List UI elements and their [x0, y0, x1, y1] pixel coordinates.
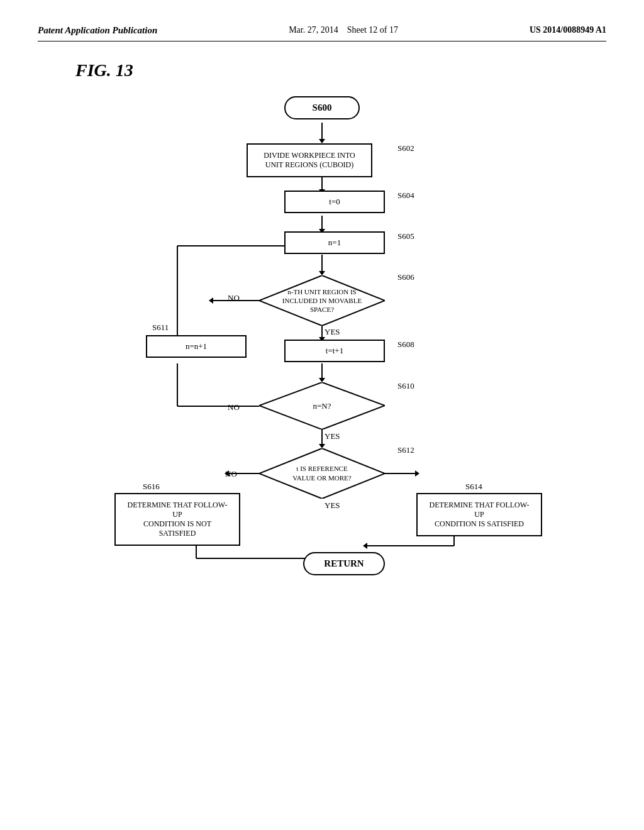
s610-yes-label: YES — [325, 431, 340, 441]
s600-node: S600 — [284, 96, 360, 119]
s605-label: n=1 — [284, 231, 385, 254]
svg-marker-20 — [363, 543, 367, 549]
s610-no-label: NO — [228, 402, 240, 412]
s604-label: t=0 — [284, 191, 385, 213]
s612-yes-label: YES — [325, 501, 340, 511]
s614-label: DETERMINE THAT FOLLOW-UPCONDITION IS SAT… — [416, 493, 542, 536]
svg-marker-7 — [319, 271, 325, 275]
svg-marker-25 — [209, 297, 213, 304]
s604-node: t=0 — [284, 191, 360, 213]
s606-yes-label: YES — [325, 327, 340, 337]
s606-label: n-TH UNIT REGION ISINCLUDED IN MOVABLESP… — [259, 275, 385, 326]
s616-label: DETERMINE THAT FOLLOW-UPCONDITION IS NOT… — [114, 493, 240, 546]
header-left: Patent Application Publication — [38, 25, 157, 36]
s600-label: S600 — [284, 96, 360, 119]
s608-tag: S608 — [397, 340, 414, 350]
return-node: RETURN — [303, 552, 385, 575]
s606-no-label: NO — [228, 293, 240, 303]
s604-tag: S604 — [397, 191, 414, 201]
s602-tag: S602 — [397, 143, 414, 153]
header-right: US 2014/0088949 A1 — [530, 25, 606, 35]
s612-no-label: NO — [225, 469, 237, 479]
s614-node: DETERMINE THAT FOLLOW-UPCONDITION IS SAT… — [416, 493, 530, 536]
page-header: Patent Application Publication Mar. 27, … — [38, 25, 606, 42]
s614-tag: S614 — [465, 482, 482, 492]
svg-marker-1 — [319, 139, 325, 143]
s611-label: n=n+1 — [146, 335, 247, 358]
s610-diamond: n=N? — [259, 382, 385, 429]
page: Patent Application Publication Mar. 27, … — [0, 0, 644, 830]
s610-label: n=N? — [259, 382, 385, 429]
svg-marker-15 — [415, 470, 419, 477]
s612-tag: S612 — [397, 445, 414, 455]
svg-marker-13 — [319, 444, 325, 448]
figure-label: FIG. 13 — [75, 60, 606, 80]
s611-tag: S611 — [152, 323, 169, 333]
header-center: Mar. 27, 2014 Sheet 12 of 17 — [289, 25, 398, 35]
s606-diamond: n-TH UNIT REGION ISINCLUDED IN MOVABLESP… — [259, 275, 385, 326]
s602-label: DIVIDE WORKPIECE INTOUNIT REGIONS (CUBOI… — [247, 143, 372, 177]
s602-node: DIVIDE WORKPIECE INTOUNIT REGIONS (CUBOI… — [247, 143, 372, 177]
s608-node: t=t+1 — [284, 340, 360, 362]
s616-tag: S616 — [143, 482, 160, 492]
svg-marker-11 — [319, 378, 325, 382]
s611-node: n=n+1 — [146, 335, 215, 358]
s605-node: n=1 — [284, 231, 360, 254]
s612-diamond: t IS REFERENCEVALUE OR MORE? — [259, 448, 385, 499]
s616-node: DETERMINE THAT FOLLOW-UPCONDITION IS NOT… — [114, 493, 228, 546]
s606-tag: S606 — [397, 272, 414, 282]
s608-label: t=t+1 — [284, 340, 385, 362]
s605-tag: S605 — [397, 231, 414, 241]
s610-tag: S610 — [397, 381, 414, 391]
return-label: RETURN — [303, 552, 385, 575]
s612-label: t IS REFERENCEVALUE OR MORE? — [259, 448, 385, 499]
